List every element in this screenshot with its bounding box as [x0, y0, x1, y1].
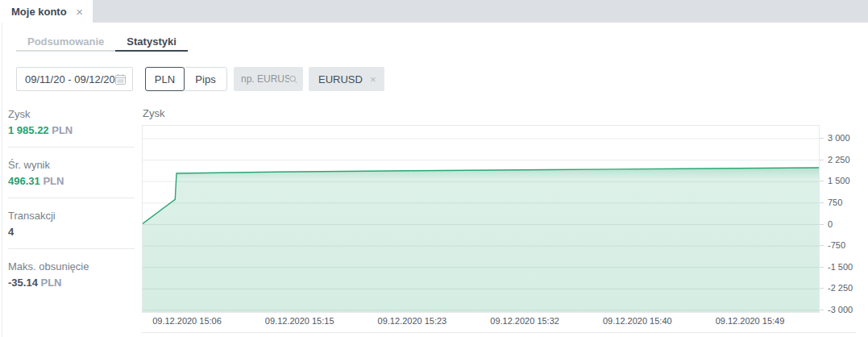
x-tick-label: 09.12.2020 15:23	[378, 316, 447, 326]
calendar-icon[interactable]	[115, 74, 126, 85]
view-tabs: Podsumowanie Statystyki	[16, 32, 188, 52]
stat-unit: PLN	[43, 175, 64, 187]
stat-zysk: Zysk 1 985.22 PLN	[8, 106, 135, 147]
y-tick-label: -750	[828, 240, 845, 250]
stat-label: Zysk	[8, 108, 135, 120]
stat-transakcji: Transakcji 4	[8, 198, 135, 248]
stat-value: -35.14	[8, 277, 38, 289]
y-tick-label: 1 500	[828, 176, 850, 185]
y-tick-mark	[820, 181, 824, 181]
symbol-search[interactable]	[234, 67, 303, 91]
y-axis: 3 0002 2501 5007500-750-1 500-2 250-3 00…	[820, 125, 868, 313]
stat-value: 496.31	[8, 175, 40, 187]
stat-value: 4	[8, 226, 14, 238]
symbol-chip-eurusd[interactable]: EURUSD ×	[309, 67, 384, 91]
window-tab-title: Moje konto	[11, 6, 67, 18]
tab-podsumowanie[interactable]: Podsumowanie	[16, 32, 115, 52]
x-tick-label: 09.12.2020 15:15	[265, 316, 334, 326]
x-tick-label: 09.12.2020 15:06	[152, 316, 222, 326]
unit-toggle: PLN Pips	[145, 67, 227, 91]
stat-value: 1 985.22	[8, 124, 49, 136]
pips-button[interactable]: Pips	[184, 67, 227, 91]
y-tick-mark	[820, 202, 824, 203]
y-tick-mark	[820, 224, 824, 225]
chip-remove-icon[interactable]: ×	[370, 74, 376, 85]
date-range-picker[interactable]	[16, 67, 133, 91]
y-tick-label: -1 500	[828, 262, 853, 272]
y-tick-mark	[820, 288, 824, 289]
y-tick-label: -2 250	[828, 283, 853, 293]
y-tick-label: 2 250	[828, 155, 850, 164]
close-icon[interactable]: ×	[76, 6, 83, 18]
plot-area[interactable]	[142, 125, 820, 313]
x-tick-label: 09.12.2020 15:32	[490, 316, 559, 326]
symbol-search-input[interactable]	[241, 73, 289, 85]
y-tick-label: 0	[828, 219, 833, 229]
date-range-input[interactable]	[25, 73, 115, 85]
stats-summary: Zysk 1 985.22 PLN Śr. wynik 496.31 PLN T…	[8, 106, 135, 299]
chart-title: Zysk	[143, 107, 164, 119]
area-fill	[143, 168, 819, 312]
stat-unit: PLN	[41, 277, 62, 289]
x-tick-label: 09.12.2020 15:40	[603, 316, 672, 326]
y-tick-mark	[820, 160, 824, 160]
y-tick-mark	[820, 138, 824, 139]
stat-unit: PLN	[52, 124, 73, 136]
y-tick-mark	[820, 245, 824, 246]
search-icon	[289, 74, 297, 85]
stat-label: Maks. obsunięcie	[8, 260, 135, 273]
y-tick-mark	[820, 267, 824, 268]
y-tick-mark	[820, 310, 824, 310]
filter-toolbar: PLN Pips EURUSD ×	[0, 67, 868, 91]
y-tick-label: 3 000	[828, 133, 850, 143]
tab-statystyki[interactable]: Statystyki	[115, 32, 187, 52]
pln-button[interactable]: PLN	[145, 67, 185, 91]
stat-label: Śr. wynik	[8, 159, 135, 171]
x-tick-label: 09.12.2020 15:49	[716, 316, 785, 326]
stat-label: Transakcji	[8, 210, 135, 222]
window-tab-bar: Moje konto ×	[0, 0, 868, 23]
stat-maks-obsuniecie: Maks. obsunięcie -35.14 PLN	[8, 248, 135, 299]
stat-sr-wynik: Śr. wynik 496.31 PLN	[8, 147, 135, 198]
chart-bottom-divider	[142, 332, 856, 333]
statistics-panel: Moje konto × Podsumowanie Statystyki PLN…	[0, 0, 868, 337]
y-tick-label: -3 000	[828, 305, 853, 314]
window-tab-moje-konto[interactable]: Moje konto ×	[0, 0, 93, 23]
y-tick-label: 750	[828, 198, 842, 207]
x-axis: 09.12.2020 15:0609.12.2020 15:1509.12.20…	[142, 316, 820, 327]
chip-label: EURUSD	[318, 73, 363, 85]
